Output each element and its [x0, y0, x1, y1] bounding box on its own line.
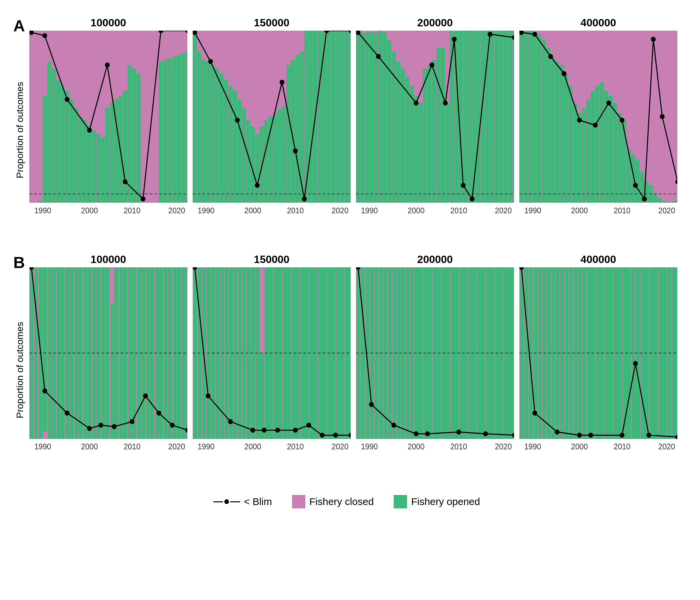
svg-rect-148 — [512, 31, 514, 203]
chart-b2-svg: 0.10 0.05 0.00 1990 2000 2010 2020 — [193, 267, 351, 467]
svg-point-381 — [456, 429, 461, 434]
svg-rect-374 — [503, 267, 504, 439]
svg-rect-317 — [264, 267, 265, 439]
svg-rect-62 — [202, 60, 206, 202]
svg-point-157 — [470, 196, 474, 201]
svg-rect-81 — [286, 65, 290, 202]
svg-text:2000: 2000 — [571, 442, 588, 451]
svg-point-100 — [255, 183, 260, 188]
svg-text:2020: 2020 — [332, 206, 348, 215]
chart-b4: 400000 — [517, 253, 680, 467]
svg-rect-366 — [432, 267, 433, 439]
svg-point-282 — [65, 411, 69, 416]
svg-point-337 — [320, 433, 324, 438]
svg-point-207 — [562, 71, 566, 76]
svg-text:1990: 1990 — [361, 442, 378, 451]
svg-rect-144 — [494, 31, 498, 203]
svg-rect-5 — [47, 61, 51, 202]
svg-rect-80 — [282, 106, 286, 203]
svg-rect-92 — [336, 31, 340, 203]
legend-fishery-closed-label: Fishery closed — [309, 496, 374, 507]
svg-rect-180 — [577, 113, 581, 203]
svg-rect-95 — [349, 31, 351, 203]
svg-rect-3 — [38, 201, 42, 202]
svg-rect-327 — [260, 267, 264, 353]
svg-rect-31 — [163, 60, 167, 202]
chart-a1: 100000 — [27, 17, 190, 224]
panel-a-label: A — [13, 17, 25, 35]
svg-rect-304 — [202, 267, 202, 439]
svg-rect-23 — [128, 65, 132, 202]
chart-a3: 200000 — [353, 17, 517, 224]
svg-rect-93 — [340, 31, 344, 203]
svg-rect-33 — [172, 56, 176, 202]
svg-point-286 — [130, 419, 134, 424]
svg-rect-115 — [365, 32, 369, 202]
svg-rect-128 — [423, 69, 427, 203]
svg-point-158 — [488, 32, 492, 37]
svg-rect-64 — [211, 65, 215, 202]
svg-rect-61 — [197, 51, 201, 202]
svg-rect-277 — [172, 267, 173, 439]
svg-rect-189 — [618, 113, 622, 203]
svg-rect-76 — [264, 120, 268, 203]
legend-green-box — [394, 495, 407, 508]
main-container: A Proportion of outcomes 100000 — [0, 0, 700, 600]
panel-b: B Proportion of outcomes 100000 — [13, 250, 680, 483]
chart-a4-title: 400000 — [519, 17, 677, 29]
svg-text:2000: 2000 — [571, 206, 588, 215]
svg-point-288 — [156, 411, 161, 416]
svg-rect-132 — [441, 48, 445, 203]
svg-rect-401 — [546, 267, 547, 439]
svg-rect-19 — [110, 103, 114, 203]
svg-point-101 — [280, 80, 284, 85]
svg-rect-36 — [186, 51, 188, 202]
svg-rect-356 — [378, 267, 379, 439]
svg-text:2010: 2010 — [450, 442, 467, 451]
svg-text:2000: 2000 — [244, 206, 261, 215]
svg-rect-264 — [56, 267, 57, 439]
svg-rect-201 — [671, 201, 675, 202]
svg-rect-354 — [369, 267, 370, 439]
svg-rect-13 — [83, 120, 87, 203]
svg-rect-171 — [538, 34, 541, 203]
svg-rect-305 — [206, 267, 207, 439]
svg-rect-420 — [671, 267, 672, 439]
svg-rect-126 — [414, 96, 418, 202]
svg-rect-399 — [538, 267, 538, 439]
chart-a4-svg: 1990 2000 2010 2020 — [519, 31, 677, 224]
svg-rect-131 — [436, 48, 440, 203]
svg-rect-18 — [105, 108, 109, 203]
svg-rect-30 — [159, 61, 162, 202]
svg-rect-94 — [344, 31, 348, 203]
svg-rect-22 — [123, 91, 127, 202]
svg-text:2010: 2010 — [124, 206, 140, 215]
svg-text:2020: 2020 — [168, 206, 185, 215]
panel-b-label: B — [13, 253, 25, 272]
chart-b2-title: 150000 — [193, 253, 351, 266]
svg-rect-318 — [273, 267, 274, 439]
svg-text:1990: 1990 — [198, 206, 214, 215]
svg-point-289 — [170, 423, 174, 428]
svg-rect-278 — [181, 267, 182, 439]
svg-point-283 — [87, 426, 92, 431]
svg-point-103 — [302, 196, 307, 201]
svg-point-210 — [606, 100, 611, 105]
svg-rect-174 — [551, 56, 555, 202]
svg-point-215 — [660, 114, 664, 119]
svg-rect-83 — [295, 55, 299, 203]
svg-point-284 — [98, 423, 103, 428]
svg-rect-16 — [96, 134, 100, 202]
svg-rect-143 — [490, 31, 494, 203]
svg-point-209 — [593, 123, 598, 128]
svg-rect-120 — [388, 41, 391, 202]
chart-b2: 150000 — [190, 253, 353, 467]
panel-a: A Proportion of outcomes 100000 — [13, 13, 680, 240]
svg-text:2010: 2010 — [614, 442, 630, 451]
chart-b4-svg: 0.10 0.05 0.00 1990 2000 2010 2020 — [519, 267, 677, 467]
svg-rect-32 — [168, 58, 172, 203]
chart-b1-title: 100000 — [29, 253, 188, 266]
svg-rect-7 — [56, 80, 60, 202]
svg-point-333 — [262, 428, 266, 433]
svg-rect-6 — [52, 69, 56, 203]
